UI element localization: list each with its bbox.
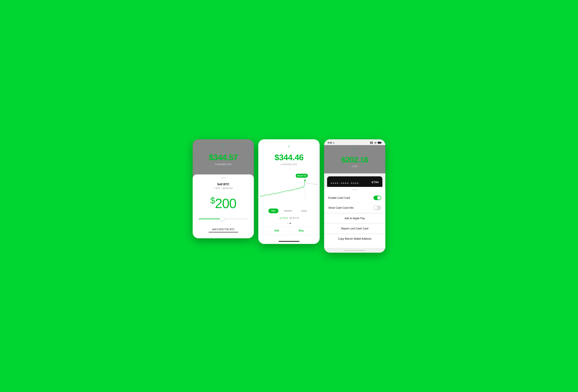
slider-thumb[interactable] xyxy=(220,217,224,221)
card-dot xyxy=(353,182,354,184)
sell-sheet: Sell BTC 1 BTC = $6,854.50 $200 Sell 0.0… xyxy=(193,174,254,238)
signal-icon: ▌▌ xyxy=(371,142,373,144)
sell-btc-label: Sell 0.02917791 BTC xyxy=(212,228,235,231)
dot-1 xyxy=(287,223,289,224)
add-apple-pay-label[interactable]: Add to Apple Pay xyxy=(344,217,365,220)
btc-chart-svg xyxy=(260,173,318,203)
card-dot xyxy=(351,182,352,184)
show-cash-card-toggle[interactable] xyxy=(374,205,381,210)
section-divider-1 xyxy=(324,213,385,214)
dot-2 xyxy=(289,223,291,224)
card-dot xyxy=(341,182,342,184)
section-divider-3 xyxy=(324,233,385,234)
card-dot xyxy=(337,182,338,184)
card-menu-sheet: Enable Cash Card Show Cash Card Info Add… xyxy=(324,187,385,248)
sell-btc-underline xyxy=(208,232,238,232)
card-dots-3 xyxy=(351,182,358,184)
card-dots-1 xyxy=(331,182,338,184)
chart-balance: $344.46 xyxy=(275,152,303,162)
status-time: 9:43 ► xyxy=(328,141,335,144)
enable-cash-card-toggle[interactable] xyxy=(374,196,381,200)
card-dot xyxy=(343,182,344,184)
sheet-handle xyxy=(220,177,226,178)
sell-button[interactable]: Sell xyxy=(264,226,289,235)
chevron-up-icon-3[interactable]: ⌃ xyxy=(353,148,356,153)
stat-price: $6,852.38 xyxy=(289,217,299,219)
cash-label: CASH xyxy=(352,165,358,167)
section-divider-2 xyxy=(324,223,385,224)
chart-stats: ▲ 5.01% $6,852.38 xyxy=(258,216,320,222)
card-last4: 6794 xyxy=(372,181,379,184)
chart-area: $6,637.92 xyxy=(258,171,320,205)
screen-btc-chart: ⌃ $344.46 0.05026901 BTC $6,637.92 DAY M… xyxy=(258,139,320,244)
page-dots xyxy=(258,222,320,226)
wifi-icon xyxy=(374,142,377,144)
chevron-up-icon[interactable]: ⌃ xyxy=(222,145,225,150)
status-bar: 9:43 ► ▌▌ xyxy=(324,139,385,145)
chevron-up-icon-2[interactable]: ⌃ xyxy=(287,145,291,150)
buy-sell-bar: Sell Buy xyxy=(264,226,314,235)
screen-cash-card: 9:43 ► ▌▌ ⌃ $202.16 CASH xyxy=(324,139,385,253)
slider-fill xyxy=(199,219,221,219)
card-dot xyxy=(355,182,356,184)
enable-cash-card-label: Enable Cash Card xyxy=(328,196,350,199)
svg-rect-3 xyxy=(378,142,381,143)
btc-amount-display: 0.05026901 BTC xyxy=(215,163,232,166)
slider-track[interactable] xyxy=(199,219,248,219)
cash-card-visual: 6794 xyxy=(327,176,382,188)
cash-balance: $202.16 xyxy=(341,155,368,164)
add-apple-pay-item[interactable]: Add to Apple Pay xyxy=(324,214,385,223)
card-dot xyxy=(333,182,334,184)
screen2-top: ⌃ $344.46 0.05026901 BTC xyxy=(258,139,320,171)
sell-amount-number: 200 xyxy=(215,196,236,211)
chart-month-btn[interactable]: MONTH xyxy=(282,208,295,213)
stat-change-pct: ▲ 5.01% xyxy=(279,217,288,219)
location-icon: ► xyxy=(333,142,335,144)
sell-dollar-sign: $ xyxy=(210,196,215,205)
enable-cash-card-item: Enable Cash Card xyxy=(324,193,385,203)
chart-tooltip: $6,637.92 xyxy=(296,174,308,178)
home-indicator-3 xyxy=(344,250,365,251)
screen-sell-btc: ⌃ $344.57 0.05026901 BTC Sell BTC 1 BTC … xyxy=(193,139,254,238)
svg-rect-4 xyxy=(381,142,382,143)
chart-controls: DAY MONTH YEAR xyxy=(258,206,320,216)
menu-handle xyxy=(352,189,358,190)
sell-amount: $200 xyxy=(210,195,236,211)
screen3-top: ⌃ $202.16 CASH xyxy=(324,145,385,173)
chart-btc-sub: 0.05026901 BTC xyxy=(281,163,297,166)
card-dot xyxy=(347,182,348,184)
copy-bitcoin-item[interactable]: Copy Bitcoin Wallet Address xyxy=(324,234,385,243)
buy-button[interactable]: Buy xyxy=(289,226,314,235)
card-dot xyxy=(331,182,332,184)
btc-balance-display: $344.57 xyxy=(209,152,238,162)
card-dots-container xyxy=(331,182,358,184)
card-dot xyxy=(335,182,336,184)
card-dot xyxy=(357,182,358,184)
battery-icon xyxy=(378,142,382,144)
chart-day-btn[interactable]: DAY xyxy=(268,208,279,213)
buy-sell-wrap: Sell Buy xyxy=(258,226,320,238)
copy-bitcoin-label[interactable]: Copy Bitcoin Wallet Address xyxy=(338,237,371,240)
home-indicator-2 xyxy=(279,241,299,242)
screen1-top: ⌃ $344.57 0.05026901 BTC xyxy=(193,139,254,174)
chart-year-btn[interactable]: YEAR xyxy=(298,208,310,213)
show-cash-card-label: Show Cash Card Info xyxy=(328,206,354,209)
status-icons: ▌▌ xyxy=(371,142,382,144)
report-lost-label[interactable]: Report Lost Cash Card xyxy=(341,227,368,230)
card-dots-2 xyxy=(341,182,348,184)
report-lost-item[interactable]: Report Lost Cash Card xyxy=(324,224,385,233)
card-dot xyxy=(345,182,346,184)
screens-container: ⌃ $344.57 0.05026901 BTC Sell BTC 1 BTC … xyxy=(193,139,385,253)
toggle-thumb xyxy=(377,196,381,200)
slider-container xyxy=(197,219,249,219)
svg-point-1 xyxy=(304,180,306,181)
toggle-thumb-2 xyxy=(374,206,378,210)
sell-rate: 1 BTC = $6,854.50 xyxy=(214,187,233,189)
show-cash-card-info-item: Show Cash Card Info xyxy=(324,203,385,213)
sell-title: Sell BTC xyxy=(217,183,229,186)
